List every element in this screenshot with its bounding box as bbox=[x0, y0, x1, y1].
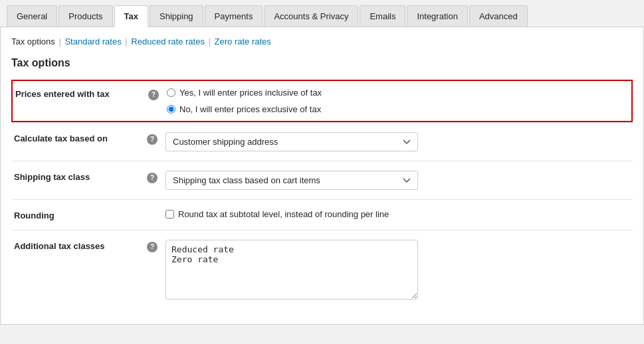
subnav-standard-rates[interactable]: Standard rates bbox=[64, 37, 121, 46]
prices-radio-group: Yes, I will enter prices inclusive of ta… bbox=[167, 88, 627, 114]
shipping-tax-class-help-icon[interactable]: ? bbox=[147, 173, 158, 183]
subnav-reduced-rates[interactable]: Reduced rate rates bbox=[131, 37, 205, 46]
shipping-tax-class-input-area: Shipping tax class based on cart items S… bbox=[165, 171, 630, 190]
prices-entered-input-area: Yes, I will enter prices inclusive of ta… bbox=[167, 88, 627, 114]
shipping-tax-class-select[interactable]: Shipping tax class based on cart items S… bbox=[165, 171, 418, 190]
shipping-tax-class-row: Shipping tax class ? Shipping tax class … bbox=[11, 161, 633, 199]
additional-tax-classes-row: Additional tax classes ? Reduced rate Ze… bbox=[11, 230, 633, 311]
prices-entered-row: Prices entered with tax ? Yes, I will en… bbox=[11, 80, 633, 122]
prices-radio-no[interactable]: No, I will enter prices exclusive of tax bbox=[167, 104, 627, 114]
section-title: Tax options bbox=[11, 57, 633, 69]
shipping-tax-class-help-cell: ? bbox=[147, 171, 165, 183]
tab-emails[interactable]: Emails bbox=[360, 5, 405, 27]
calculate-tax-select[interactable]: Customer shipping address Customer billi… bbox=[165, 132, 418, 151]
prices-radio-yes-input[interactable] bbox=[167, 88, 175, 97]
additional-tax-classes-label: Additional tax classes bbox=[14, 240, 147, 251]
calculate-tax-input-area: Customer shipping address Customer billi… bbox=[165, 132, 630, 151]
subnav-prefix: Tax options bbox=[11, 37, 55, 46]
rounding-input-area: Round tax at subtotal level, instead of … bbox=[165, 209, 630, 219]
subnav-zero-rates[interactable]: Zero rate rates bbox=[215, 37, 271, 46]
additional-tax-classes-help-icon[interactable]: ? bbox=[147, 242, 158, 252]
rounding-checkbox[interactable] bbox=[165, 210, 174, 218]
shipping-tax-class-label: Shipping tax class bbox=[14, 171, 147, 182]
calculate-tax-help-icon[interactable]: ? bbox=[147, 134, 158, 145]
prices-radio-yes-label: Yes, I will enter prices inclusive of ta… bbox=[179, 88, 322, 98]
additional-tax-classes-textarea[interactable]: Reduced rate Zero rate bbox=[165, 240, 418, 300]
calculate-tax-row: Calculate tax based on ? Customer shippi… bbox=[11, 122, 633, 161]
calculate-tax-label: Calculate tax based on bbox=[14, 132, 147, 143]
rounding-label: Rounding bbox=[14, 209, 147, 220]
tab-bar: General Products Tax Shipping Payments A… bbox=[0, 0, 644, 27]
additional-tax-classes-input-area: Reduced rate Zero rate bbox=[165, 240, 630, 301]
tab-accounts-privacy[interactable]: Accounts & Privacy bbox=[264, 5, 358, 27]
rounding-row: Rounding Round tax at subtotal level, in… bbox=[11, 199, 633, 230]
content-area: Tax options | Standard rates | Reduced r… bbox=[0, 27, 644, 325]
prices-entered-label: Prices entered with tax bbox=[15, 88, 148, 99]
prices-entered-help-icon[interactable]: ? bbox=[148, 90, 159, 100]
prices-radio-no-input[interactable] bbox=[167, 105, 175, 114]
rounding-help-cell bbox=[147, 209, 165, 211]
prices-entered-help-cell: ? bbox=[148, 88, 167, 100]
prices-radio-yes[interactable]: Yes, I will enter prices inclusive of ta… bbox=[167, 88, 627, 98]
tab-advanced[interactable]: Advanced bbox=[469, 5, 528, 27]
tab-products[interactable]: Products bbox=[58, 5, 112, 27]
tab-tax[interactable]: Tax bbox=[114, 5, 148, 27]
rounding-checkbox-text: Round tax at subtotal level, instead of … bbox=[178, 209, 389, 219]
sub-navigation: Tax options | Standard rates | Reduced r… bbox=[11, 37, 633, 46]
tab-shipping[interactable]: Shipping bbox=[150, 5, 203, 27]
tab-integration[interactable]: Integration bbox=[407, 5, 467, 27]
calculate-tax-help-cell: ? bbox=[147, 132, 165, 145]
additional-tax-classes-help-cell: ? bbox=[147, 240, 165, 252]
tab-general[interactable]: General bbox=[7, 5, 57, 27]
tab-payments[interactable]: Payments bbox=[205, 5, 263, 27]
rounding-checkbox-label[interactable]: Round tax at subtotal level, instead of … bbox=[165, 209, 630, 219]
prices-radio-no-label: No, I will enter prices exclusive of tax bbox=[179, 104, 321, 114]
